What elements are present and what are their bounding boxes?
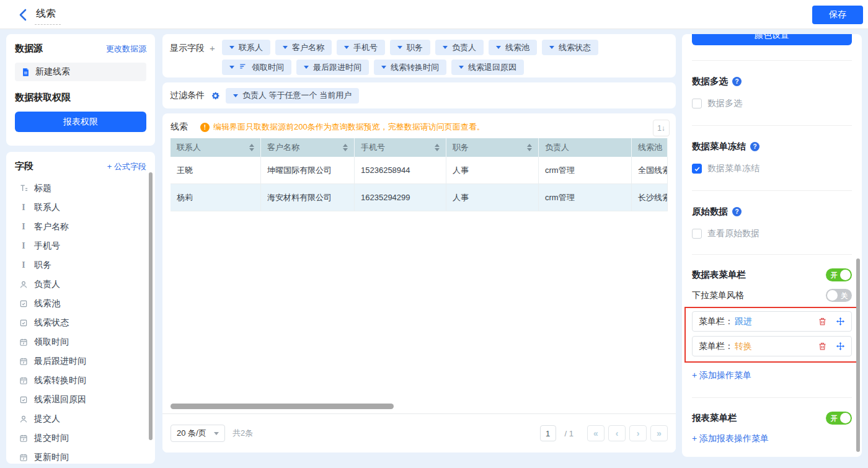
chevron-down-icon[interactable] xyxy=(304,66,309,69)
trash-icon[interactable] xyxy=(817,342,827,351)
sort-order-icon[interactable]: 1↓ xyxy=(653,120,670,136)
field-item[interactable]: I 客户名称 xyxy=(15,217,146,236)
field-item[interactable]: 线索退回原因 xyxy=(15,390,146,409)
current-page-input[interactable]: 1 xyxy=(540,425,556,441)
field-chip-sorted[interactable]: 领取时间 xyxy=(222,60,291,75)
chevron-down-icon[interactable] xyxy=(443,46,448,49)
field-item[interactable]: 领取时间 xyxy=(15,332,146,351)
field-item[interactable]: 更新时间 xyxy=(15,448,146,464)
table-row[interactable]: 王晓 坤曜国际有限公司 15236258944 人事 crm管理 全国线索池 xyxy=(170,157,668,184)
chevron-down-icon[interactable] xyxy=(229,46,234,49)
trash-icon[interactable] xyxy=(817,317,827,327)
sort-carets-icon[interactable] xyxy=(435,144,440,151)
field-item[interactable]: 最后跟进时间 xyxy=(15,351,146,371)
chevron-down-icon[interactable] xyxy=(459,66,464,69)
field-item[interactable]: 线索转换时间 xyxy=(15,371,146,390)
dropdown-style-toggle[interactable]: 关 xyxy=(826,289,852,302)
field-chip[interactable]: 线索状态 xyxy=(542,40,598,55)
fields-scrollbar[interactable] xyxy=(149,172,153,440)
help-icon[interactable]: ? xyxy=(732,207,742,216)
back-icon[interactable] xyxy=(16,7,31,22)
horizontal-scrollbar[interactable] xyxy=(170,404,394,409)
field-item[interactable]: 负责人 xyxy=(15,275,146,294)
page-size-value: 20 条/页 xyxy=(177,428,206,439)
sort-carets-icon[interactable] xyxy=(249,144,254,151)
color-settings-button[interactable]: 颜色设置 xyxy=(692,34,852,45)
page-title[interactable]: 线索 xyxy=(35,7,61,25)
add-report-action-menu-link[interactable]: + 添加报表操作菜单 xyxy=(692,433,852,444)
field-chip[interactable]: 职务 xyxy=(390,40,430,55)
column-header[interactable]: 负责人 xyxy=(539,138,632,157)
field-label: 提交时间 xyxy=(34,433,69,444)
sort-carets-icon[interactable] xyxy=(527,144,532,151)
first-page-button[interactable]: « xyxy=(587,425,604,441)
sort-carets-icon[interactable] xyxy=(343,144,348,151)
chevron-down-icon[interactable] xyxy=(381,66,386,69)
menu-bar-item[interactable]: 菜单栏： 转换 xyxy=(692,336,852,356)
field-chip[interactable]: 客户名称 xyxy=(275,40,332,55)
field-item[interactable]: 提交时间 xyxy=(15,428,146,448)
next-page-button[interactable]: › xyxy=(629,425,647,441)
datasource-item-label: 新建线索 xyxy=(35,66,70,77)
menu-item-prefix: 菜单栏： xyxy=(699,341,733,352)
gear-icon[interactable] xyxy=(210,91,220,100)
checkbox-unchecked[interactable] xyxy=(692,99,702,108)
checkbox-unchecked[interactable] xyxy=(692,229,702,239)
field-chip[interactable]: 手机号 xyxy=(337,40,385,55)
date-icon xyxy=(19,453,29,462)
multi-select-checkbox-row[interactable]: 数据多选 xyxy=(692,98,852,109)
field-item[interactable]: I 手机号 xyxy=(15,236,146,255)
save-button[interactable]: 保存 xyxy=(812,6,863,24)
field-chip[interactable]: 联系人 xyxy=(222,40,270,55)
column-header[interactable]: 线索池 xyxy=(632,138,668,157)
field-chip[interactable]: 负责人 xyxy=(435,40,484,55)
field-item[interactable]: 线索状态 xyxy=(15,313,146,332)
raw-data-checkbox-row[interactable]: 查看原始数据 xyxy=(692,228,852,239)
prev-page-button[interactable]: ‹ xyxy=(608,425,626,441)
menu-bar-item[interactable]: 菜单栏： 跟进 xyxy=(692,311,852,332)
field-item[interactable]: 提交人 xyxy=(15,409,146,428)
column-header[interactable]: 职务 xyxy=(446,138,539,157)
chevron-down-icon[interactable] xyxy=(397,46,402,49)
field-item[interactable]: 标题 xyxy=(15,179,146,198)
move-icon[interactable] xyxy=(835,317,845,327)
table-menu-toggle[interactable]: 开 xyxy=(826,268,852,281)
checkbox-checked[interactable] xyxy=(692,164,702,174)
add-formula-field-link[interactable]: + 公式字段 xyxy=(107,161,146,172)
select-icon xyxy=(19,395,29,405)
column-header[interactable]: 客户名称 xyxy=(261,138,355,157)
column-header[interactable]: 手机号 xyxy=(355,138,446,157)
chevron-down-icon[interactable] xyxy=(283,46,288,49)
page-size-select[interactable]: 20 条/页 xyxy=(170,425,225,442)
datasource-item[interactable]: 新建线索 xyxy=(15,63,146,81)
menu-item-value[interactable]: 转换 xyxy=(735,341,752,352)
menu-freeze-checkbox-row[interactable]: 数据菜单冻结 xyxy=(692,163,852,174)
table-row[interactable]: 杨莉 海安材料有限公司 16235294299 人事 crm管理 长沙线索池 xyxy=(170,184,668,211)
field-chip[interactable]: 线索转换时间 xyxy=(374,60,446,75)
field-item[interactable]: I 职务 xyxy=(15,255,146,275)
chevron-down-icon[interactable] xyxy=(233,94,238,97)
field-chip[interactable]: 线索退回原因 xyxy=(451,60,524,75)
help-icon[interactable]: ? xyxy=(750,142,760,151)
change-datasource-link[interactable]: 更改数据源 xyxy=(106,43,146,55)
field-chip[interactable]: 最后跟进时间 xyxy=(296,60,369,75)
field-item[interactable]: 线索池 xyxy=(15,294,146,313)
help-icon[interactable]: ? xyxy=(732,77,742,86)
chevron-down-icon[interactable] xyxy=(344,46,349,49)
chevron-down-icon[interactable] xyxy=(549,46,554,49)
move-icon[interactable] xyxy=(835,342,845,351)
menu-item-value[interactable]: 跟进 xyxy=(735,316,752,327)
filter-condition-chip[interactable]: 负责人 等于任意一个 当前用户 xyxy=(226,88,359,104)
report-menu-toggle[interactable]: 开 xyxy=(826,412,852,425)
add-display-field-button[interactable]: + xyxy=(210,43,215,72)
toggle-knob xyxy=(827,290,838,301)
field-chip[interactable]: 线索池 xyxy=(489,40,537,55)
field-item[interactable]: I 联系人 xyxy=(15,198,146,217)
column-header[interactable]: 联系人 xyxy=(170,138,261,157)
add-action-menu-link[interactable]: + 添加操作菜单 xyxy=(692,370,852,381)
chevron-down-icon[interactable] xyxy=(496,46,501,49)
chevron-down-icon[interactable] xyxy=(229,66,234,69)
settings-scrollbar[interactable] xyxy=(856,258,860,452)
report-permission-button[interactable]: 报表权限 xyxy=(15,112,146,132)
last-page-button[interactable]: » xyxy=(650,425,668,441)
